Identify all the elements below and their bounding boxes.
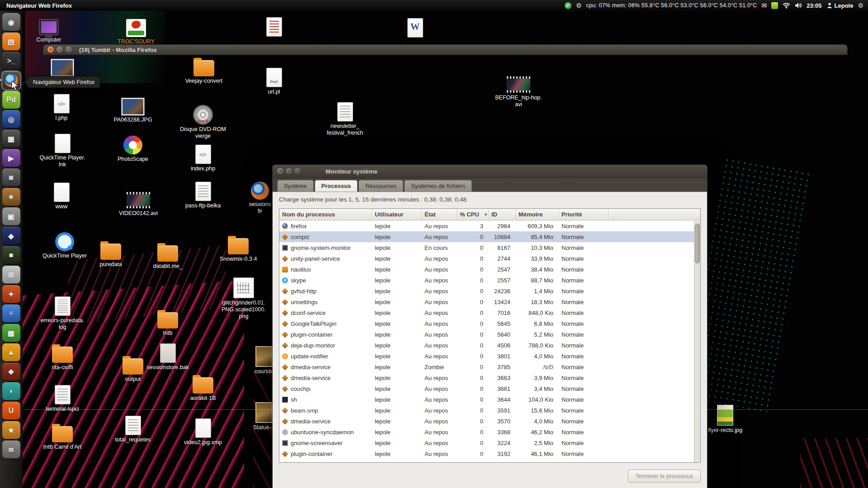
desktop-icon[interactable]: rita-cioffi [35,343,90,371]
launcher-item[interactable]: ■ [2,246,20,264]
maximize-icon[interactable]: ▢ [66,47,72,53]
desktop-icon[interactable]: PA063288.JPG [106,95,160,123]
launcher-item[interactable]: ▤ [2,33,20,51]
launcher-item[interactable]: ◗ [2,382,20,400]
launcher-item[interactable]: U [2,402,20,420]
launcher-item[interactable]: ▦ [2,324,20,342]
process-row[interactable]: firefox lepole Au repos 3 2964 609,3 Mio… [279,221,700,231]
desktop-icon[interactable]: tntb Carré d'Art [35,423,90,450]
desktop-icon[interactable]: pass-ftp-belka [176,182,230,209]
desktop-icon[interactable]: tntb [141,309,195,337]
process-row[interactable]: dmedia-service lepole Au repos 0 3570 4,… [279,416,700,427]
process-row[interactable]: ubuntuone-syncdaemon lepole Au repos 0 3… [279,427,700,437]
desktop-icon[interactable]: newsletter_ festival_french [318,102,372,136]
launcher-item[interactable]: ◉ [2,13,20,31]
desktop-icon[interactable]: output [106,355,160,383]
launcher-item[interactable]: ▣ [2,207,20,225]
green-app-indicator-icon[interactable] [771,2,778,9]
process-row[interactable]: skype lepole Au repos 0 2557 88,7 Mio No… [279,275,700,286]
clock[interactable]: 23:05 [807,2,821,9]
scrollbar[interactable] [694,221,700,462]
desktop-icon[interactable]: BEFORE_hip-hop. avi [491,73,546,108]
column-header-user[interactable]: Utilisateur [372,209,422,220]
launcher-item[interactable]: ▲ [2,343,20,361]
process-row[interactable]: dmedia-service lepole Au repos 0 3663 3,… [279,372,700,383]
process-row[interactable]: unsettings lepole Au repos 0 13424 18,3 … [279,296,700,307]
column-header-id[interactable]: ID [489,209,516,220]
gear-icon[interactable]: ⚙ [576,2,582,9]
minimize-icon[interactable]: – [57,47,63,53]
window-titlebar[interactable]: × – ▢ Moniteur système [273,165,707,178]
column-header-priority[interactable]: Priorité [559,209,609,220]
desktop-icon[interactable]: glitchgrinder0.01. PNG.scaled1000. png [217,277,271,319]
desktop-icon[interactable]: Snowmix-0.3.4 [211,235,265,263]
session-gear-icon[interactable]: ⚙ [858,2,863,9]
launcher-item[interactable]: ≋ [2,441,20,459]
desktop-icon[interactable]: TROC'SOURY [109,19,163,45]
launcher-item[interactable]: ≡ [2,305,20,323]
column-header-name[interactable]: Nom du processus [279,209,372,220]
desktop-icon[interactable]: l.php [34,94,89,122]
launcher-item[interactable]: >_ [2,52,20,70]
desktop-icon[interactable]: erreurs-puredata. log [35,296,90,331]
process-row[interactable]: gvfsd-http lepole Au repos 0 24236 1,4 M… [279,286,700,296]
process-row[interactable]: dconf-service lepole Au repos 0 7016 848… [279,307,700,318]
firefox-window-titlebar[interactable]: × – ▢ (19) Tumblr - Mozilla Firefox [43,44,848,55]
desktop-icon[interactable]: url.pl [247,68,301,95]
wifi-icon[interactable] [783,3,790,9]
launcher-item[interactable]: ◆ [2,227,20,245]
tab[interactable]: Système [277,180,314,192]
desktop-icon[interactable]: Disque DVD-ROM vierge [176,105,230,140]
desktop-icon[interactable] [247,17,301,38]
launcher-item[interactable]: ◎ [2,110,20,128]
process-row[interactable]: GoogleTalkPlugin lepole Au repos 0 5645 … [279,318,700,329]
launcher-item[interactable]: ⊞ [2,266,20,284]
process-row[interactable]: unity-panel-service lepole Au repos 0 27… [279,253,700,264]
system-sensors-indicator[interactable]: cpu: 07% mem: 06% 55.8°C 56.0°C 53.0°C 5… [586,2,757,9]
mail-icon[interactable]: ✉ [762,2,767,9]
desktop-icon[interactable]: Veejay-convert [177,57,231,84]
tab[interactable]: Ressources [359,180,403,192]
process-row[interactable]: beam.smp lepole Au repos 0 3591 15,6 Mio… [279,405,700,416]
desktop-icon[interactable]: VIDEO0142.avi [111,189,165,217]
desktop-icon[interactable]: QuickTime Player. lnk [35,134,90,168]
desktop-icon[interactable]: Computer [22,16,76,43]
launcher-item[interactable]: ▶ [2,149,20,167]
desktop-icon[interactable]: databit.me_ [141,242,195,270]
process-row[interactable]: deja-dup-monitor lepole Au repos 0 4506 … [279,340,700,351]
column-header-cpu[interactable]: % CPU ▾ [457,209,489,220]
process-row[interactable]: nautilus lepole Au repos 0 2547 38,4 Mio… [279,264,700,275]
process-row[interactable]: plugin-container lepole Au repos 0 3192 … [279,448,700,459]
launcher-item[interactable]: ✶ [2,188,20,206]
process-row[interactable]: unity-scope-video-remot lepole Au repos … [279,459,700,462]
process-row[interactable]: gnome-system-monitor lepole En cours 0 8… [279,242,700,253]
launcher-item[interactable]: Pd [2,91,20,109]
process-row[interactable]: compiz lepole Au repos 0 10684 85,4 Mio … [279,231,700,242]
scrollbar-thumb[interactable] [695,224,700,263]
minimize-icon[interactable]: – [286,168,292,174]
process-row[interactable]: couchjs lepole Au repos 0 3661 3,4 Mio N… [279,383,700,394]
launcher-item[interactable]: ▦ [2,130,20,148]
process-row[interactable]: plugin-container lepole Au repos 0 5640 … [279,329,700,340]
end-process-button[interactable]: Terminer le processus [628,469,701,483]
process-row[interactable]: sh lepole Au repos 0 3644 104,0 Kio Norm… [279,394,700,405]
sync-ok-icon[interactable]: ✔ [565,2,571,9]
desktop-icon[interactable]: aorakit-1B [176,374,230,402]
process-row[interactable]: dmedia-service lepole Zombie 0 3785 N/D … [279,361,700,372]
tab[interactable]: Processus [315,180,358,192]
volume-icon[interactable] [795,2,802,9]
close-icon[interactable]: × [277,168,283,174]
column-header-state[interactable]: État [422,209,457,220]
desktop-icon[interactable]: puredata [84,240,138,268]
desktop-icon[interactable] [388,18,442,39]
tab[interactable]: Systèmes de fichiers [404,180,472,192]
launcher-item[interactable]: ✦ [2,285,20,303]
process-row[interactable]: gnome-screensaver lepole Au repos 0 3224… [279,437,700,448]
desktop-icon[interactable]: PhotoScape [106,136,160,163]
close-icon[interactable]: × [47,47,54,53]
process-row[interactable]: update-notifier lepole Au repos 0 3801 4… [279,351,700,361]
desktop-icon[interactable]: index.php [176,145,230,172]
column-header-memory[interactable]: Mémoire [516,209,559,220]
launcher-item[interactable]: ❖ [2,363,20,381]
launcher-item[interactable]: ★ [2,421,20,439]
